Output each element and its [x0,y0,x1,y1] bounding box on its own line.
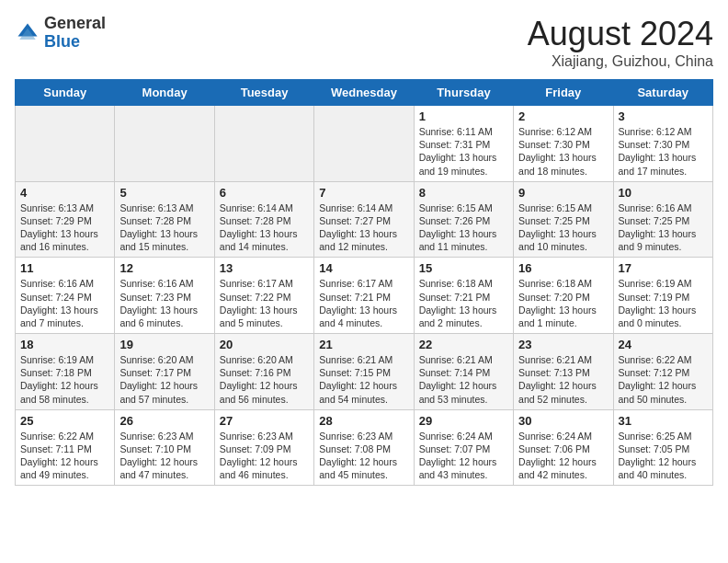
day-info: and 47 minutes. [119,468,209,481]
calendar-cell: 13Sunrise: 6:17 AMSunset: 7:22 PMDayligh… [214,258,313,334]
day-info: and 14 minutes. [220,240,309,253]
day-info: Daylight: 13 hours [20,227,109,240]
day-info: Sunrise: 6:21 AM [419,353,508,366]
day-number: 8 [419,186,508,200]
day-info: Sunrise: 6:23 AM [319,430,408,442]
day-number: 1 [419,109,508,123]
day-info: Sunset: 7:15 PM [319,366,408,379]
day-number: 24 [619,338,708,351]
day-info: Sunrise: 6:17 AM [319,277,408,290]
day-info: Daylight: 13 hours [220,304,309,316]
day-info: Daylight: 12 hours [419,379,508,392]
day-info: Daylight: 12 hours [619,455,708,468]
day-info: Sunrise: 6:22 AM [20,430,109,442]
day-info: and 52 minutes. [518,393,608,406]
day-info: Daylight: 12 hours [619,379,708,392]
day-info: and 53 minutes. [419,393,508,406]
day-info: and 43 minutes. [419,468,508,481]
day-number: 9 [518,186,608,200]
calendar-table: SundayMondayTuesdayWednesdayThursdayFrid… [15,79,713,486]
day-info: and 10 minutes. [518,240,608,253]
calendar-cell: 10Sunrise: 6:16 AMSunset: 7:25 PMDayligh… [613,181,712,258]
day-number: 11 [20,261,109,275]
calendar-cell: 3Sunrise: 6:12 AMSunset: 7:30 PMDaylight… [613,106,712,182]
logo-icon [15,20,40,46]
day-info: Sunrise: 6:20 AM [220,353,309,366]
day-info: Sunset: 7:20 PM [518,291,608,304]
day-info: Sunrise: 6:15 AM [518,201,608,214]
day-info: Sunrise: 6:16 AM [119,277,209,290]
day-info: and 54 minutes. [319,393,408,406]
column-header-tuesday: Tuesday [214,80,313,106]
calendar-cell: 8Sunrise: 6:15 AMSunset: 7:26 PMDaylight… [414,181,513,258]
day-info: Sunrise: 6:16 AM [619,201,708,214]
day-info: and 42 minutes. [518,468,608,481]
day-number: 12 [119,261,209,275]
calendar-cell [115,106,214,182]
day-info: Daylight: 12 hours [119,455,209,468]
column-header-friday: Friday [514,80,613,106]
day-number: 25 [20,414,109,428]
day-info: Daylight: 12 hours [119,379,209,392]
day-number: 14 [319,261,408,275]
day-info: Daylight: 12 hours [518,379,608,392]
day-info: and 19 minutes. [419,165,508,178]
day-number: 19 [119,338,209,351]
day-info: Sunset: 7:28 PM [119,214,209,227]
day-number: 27 [220,414,309,428]
day-info: Sunrise: 6:20 AM [119,353,209,366]
day-info: Sunrise: 6:18 AM [518,277,608,290]
day-info: and 18 minutes. [518,165,608,178]
calendar-cell: 23Sunrise: 6:21 AMSunset: 7:13 PMDayligh… [514,334,613,410]
day-info: and 9 minutes. [619,240,708,253]
day-info: Sunrise: 6:24 AM [419,430,508,442]
day-info: Daylight: 13 hours [619,304,708,316]
day-info: Sunset: 7:17 PM [119,366,209,379]
day-number: 3 [619,109,708,123]
calendar-cell: 26Sunrise: 6:23 AMSunset: 7:10 PMDayligh… [115,409,214,486]
header-row: SundayMondayTuesdayWednesdayThursdayFrid… [16,80,713,106]
day-info: Sunset: 7:30 PM [619,138,708,151]
week-row-2: 4Sunrise: 6:13 AMSunset: 7:29 PMDaylight… [16,181,713,258]
day-number: 6 [220,186,309,200]
day-info: Sunset: 7:06 PM [518,442,608,455]
day-info: Sunset: 7:21 PM [419,291,508,304]
day-info: Sunrise: 6:24 AM [518,430,608,442]
day-number: 4 [20,186,109,200]
day-number: 23 [518,338,608,351]
logo-blue-text: Blue [44,32,80,51]
day-info: Sunrise: 6:19 AM [619,277,708,290]
calendar-cell: 14Sunrise: 6:17 AMSunset: 7:21 PMDayligh… [314,258,414,334]
day-info: Sunset: 7:31 PM [419,138,508,151]
logo-general-text: General [44,14,106,32]
day-number: 16 [518,261,608,275]
day-info: Daylight: 12 hours [419,455,508,468]
calendar-cell: 2Sunrise: 6:12 AMSunset: 7:30 PMDaylight… [514,106,613,182]
page-header: General Blue August 2024 Xiajiang, Guizh… [15,15,713,70]
day-info: and 1 minute. [518,316,608,329]
calendar-cell: 28Sunrise: 6:23 AMSunset: 7:08 PMDayligh… [314,409,414,486]
day-info: Daylight: 13 hours [419,151,508,164]
day-info: Daylight: 13 hours [619,227,708,240]
week-row-5: 25Sunrise: 6:22 AMSunset: 7:11 PMDayligh… [16,409,713,486]
day-number: 28 [319,414,408,428]
calendar-cell [16,106,115,182]
day-info: Sunset: 7:10 PM [119,442,209,455]
day-info: Sunset: 7:28 PM [220,214,309,227]
calendar-cell [314,106,414,182]
day-info: Sunrise: 6:16 AM [20,277,109,290]
day-info: and 17 minutes. [619,165,708,178]
calendar-cell: 22Sunrise: 6:21 AMSunset: 7:14 PMDayligh… [414,334,513,410]
day-number: 30 [518,414,608,428]
calendar-cell: 19Sunrise: 6:20 AMSunset: 7:17 PMDayligh… [115,334,214,410]
day-info: and 49 minutes. [20,468,109,481]
week-row-4: 18Sunrise: 6:19 AMSunset: 7:18 PMDayligh… [16,334,713,410]
day-info: and 45 minutes. [319,468,408,481]
day-info: Sunset: 7:09 PM [220,442,309,455]
title-block: August 2024 Xiajiang, Guizhou, China [528,15,713,70]
day-number: 5 [119,186,209,200]
day-info: Daylight: 13 hours [319,227,408,240]
day-info: Sunset: 7:08 PM [319,442,408,455]
day-info: Sunset: 7:23 PM [119,291,209,304]
day-info: Daylight: 12 hours [220,379,309,392]
